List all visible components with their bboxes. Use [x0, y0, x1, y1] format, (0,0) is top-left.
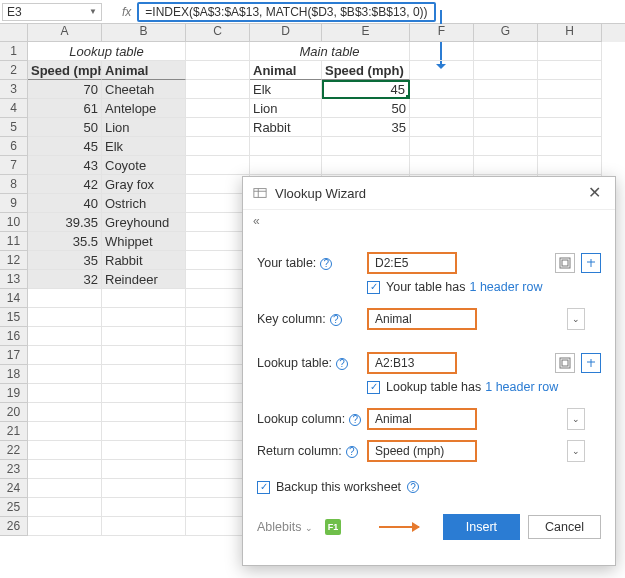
- your-table-header-checkbox[interactable]: [367, 281, 380, 294]
- cell[interactable]: [186, 460, 250, 479]
- cell[interactable]: [250, 156, 322, 175]
- row-header[interactable]: 23: [0, 460, 28, 479]
- cell[interactable]: Speed (mph): [322, 61, 410, 80]
- cell[interactable]: [186, 422, 250, 441]
- cell[interactable]: [474, 61, 538, 80]
- cell[interactable]: [102, 498, 186, 517]
- cell[interactable]: 39.35: [28, 213, 102, 232]
- chevron-down-icon[interactable]: ⌄: [567, 308, 585, 330]
- cell[interactable]: Animal: [250, 61, 322, 80]
- your-table-input[interactable]: D2:E5: [367, 252, 457, 274]
- expand-icon[interactable]: [581, 253, 601, 273]
- cell[interactable]: [474, 42, 538, 61]
- cancel-button[interactable]: Cancel: [528, 515, 601, 539]
- row-header[interactable]: 2: [0, 61, 28, 80]
- row-header[interactable]: 26: [0, 517, 28, 536]
- cell[interactable]: 45: [322, 80, 410, 99]
- cell[interactable]: [186, 498, 250, 517]
- cell[interactable]: [28, 346, 102, 365]
- cell[interactable]: [28, 365, 102, 384]
- cell[interactable]: [186, 346, 250, 365]
- name-box[interactable]: E3 ▼: [2, 3, 102, 21]
- cell[interactable]: [186, 99, 250, 118]
- select-all-corner[interactable]: [0, 24, 28, 42]
- cell[interactable]: [28, 308, 102, 327]
- cell[interactable]: [186, 479, 250, 498]
- row-header[interactable]: 1: [0, 42, 28, 61]
- col-header[interactable]: E: [322, 24, 410, 42]
- row-header[interactable]: 14: [0, 289, 28, 308]
- col-header[interactable]: G: [474, 24, 538, 42]
- cell[interactable]: 35: [28, 251, 102, 270]
- cell[interactable]: [28, 498, 102, 517]
- row-header[interactable]: 15: [0, 308, 28, 327]
- row-header[interactable]: 3: [0, 80, 28, 99]
- header-row-link[interactable]: 1 header row: [485, 380, 558, 394]
- cell[interactable]: 50: [28, 118, 102, 137]
- return-column-select[interactable]: Speed (mph): [367, 440, 477, 462]
- cell[interactable]: [538, 137, 602, 156]
- row-header[interactable]: 20: [0, 403, 28, 422]
- cell[interactable]: [322, 137, 410, 156]
- cell[interactable]: Elk: [102, 137, 186, 156]
- cell[interactable]: Lion: [102, 118, 186, 137]
- cell[interactable]: [102, 422, 186, 441]
- cell[interactable]: Cheetah: [102, 80, 186, 99]
- cell[interactable]: [186, 289, 250, 308]
- row-header[interactable]: 11: [0, 232, 28, 251]
- col-header[interactable]: H: [538, 24, 602, 42]
- row-header[interactable]: 22: [0, 441, 28, 460]
- cell[interactable]: [102, 384, 186, 403]
- col-header[interactable]: B: [102, 24, 186, 42]
- row-header[interactable]: 6: [0, 137, 28, 156]
- cell[interactable]: [28, 479, 102, 498]
- cell[interactable]: 32: [28, 270, 102, 289]
- cell[interactable]: [186, 365, 250, 384]
- cell[interactable]: 50: [322, 99, 410, 118]
- cell[interactable]: Whippet: [102, 232, 186, 251]
- select-range-icon[interactable]: [555, 253, 575, 273]
- cell[interactable]: 70: [28, 80, 102, 99]
- cell[interactable]: [410, 42, 474, 61]
- cell[interactable]: [102, 479, 186, 498]
- cell[interactable]: [538, 42, 602, 61]
- cell[interactable]: [186, 251, 250, 270]
- f1-help-icon[interactable]: F1: [325, 519, 341, 535]
- cell[interactable]: Lookup table: [28, 42, 186, 61]
- cell[interactable]: [102, 517, 186, 536]
- cell[interactable]: [186, 42, 250, 61]
- cell[interactable]: Speed (mph): [28, 61, 102, 80]
- lookup-table-input[interactable]: A2:B13: [367, 352, 457, 374]
- cell[interactable]: [28, 384, 102, 403]
- row-header[interactable]: 5: [0, 118, 28, 137]
- row-header[interactable]: 13: [0, 270, 28, 289]
- cell[interactable]: [538, 99, 602, 118]
- col-header[interactable]: F: [410, 24, 474, 42]
- cell[interactable]: [474, 137, 538, 156]
- cell[interactable]: Ostrich: [102, 194, 186, 213]
- cell[interactable]: Lion: [250, 99, 322, 118]
- cell[interactable]: Rabbit: [102, 251, 186, 270]
- chevron-down-icon[interactable]: ⌄: [567, 408, 585, 430]
- cell[interactable]: [410, 156, 474, 175]
- cell[interactable]: Coyote: [102, 156, 186, 175]
- cell[interactable]: [102, 365, 186, 384]
- cell[interactable]: [474, 156, 538, 175]
- cell[interactable]: [410, 80, 474, 99]
- cell[interactable]: [186, 308, 250, 327]
- close-icon[interactable]: ✕: [584, 185, 605, 201]
- chevron-down-icon[interactable]: ⌄: [567, 440, 585, 462]
- header-row-link[interactable]: 1 header row: [469, 280, 542, 294]
- cell[interactable]: [410, 118, 474, 137]
- cell[interactable]: [186, 517, 250, 536]
- cell[interactable]: Elk: [250, 80, 322, 99]
- cell[interactable]: [28, 441, 102, 460]
- row-header[interactable]: 7: [0, 156, 28, 175]
- row-header[interactable]: 21: [0, 422, 28, 441]
- cell[interactable]: [28, 403, 102, 422]
- expand-icon[interactable]: [581, 353, 601, 373]
- cell[interactable]: Gray fox: [102, 175, 186, 194]
- cell[interactable]: [186, 175, 250, 194]
- cell[interactable]: [474, 80, 538, 99]
- row-header[interactable]: 25: [0, 498, 28, 517]
